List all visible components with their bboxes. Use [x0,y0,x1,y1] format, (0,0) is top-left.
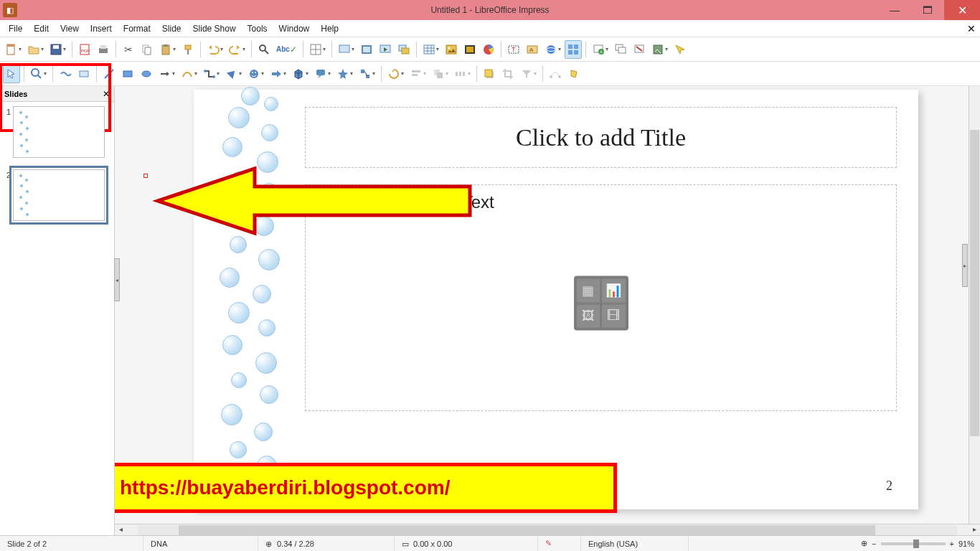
curve-tool[interactable] [179,65,199,83]
rotate-tool[interactable] [385,65,406,83]
start-first-slide-button[interactable] [377,40,394,59]
maximize-button[interactable]: 🗖 [911,0,944,20]
undo-button[interactable] [204,40,225,59]
fit-page-button[interactable]: ⊕ [861,539,867,548]
grid-button[interactable] [307,40,328,59]
open-button[interactable] [25,40,46,59]
redo-button[interactable] [227,40,248,59]
block-arrows-tool[interactable] [268,65,288,83]
copy-button[interactable] [138,40,156,59]
insert-table-button[interactable] [420,40,441,59]
crop-button[interactable] [499,65,517,83]
display-views-button[interactable] [336,40,357,59]
arrange-tool[interactable] [430,65,451,83]
menu-insert[interactable]: Insert [85,22,118,35]
svg-rect-70 [412,74,418,76]
workspace: Slides ✕ 1 2 [0,86,980,535]
start-current-slide-button[interactable] [395,40,413,59]
slide-editor[interactable]: Click to add Title • Text ▦ 📊 🖼 🎞 2 http… [194,90,918,509]
insert-content-grid[interactable]: ▦ 📊 🖼 🎞 [574,276,628,331]
distribute-tool[interactable] [452,65,473,83]
find-replace-button[interactable] [255,40,273,59]
menu-tools[interactable]: Tools [242,22,273,35]
menu-help[interactable]: Help [315,22,344,35]
symbol-shapes-tool[interactable] [245,65,266,83]
menu-view[interactable]: View [55,22,85,35]
close-button[interactable]: ✕ [944,0,980,20]
paste-button[interactable] [157,40,178,59]
insert-movie-icon[interactable]: 🎞 [602,304,626,328]
svg-rect-42 [574,44,578,49]
new-slide-button[interactable]: + [590,40,611,59]
3d-objects-tool[interactable] [290,65,311,83]
status-language[interactable]: English (USA) [581,536,689,551]
vertical-scrollbar[interactable] [969,86,980,524]
zoom-slider[interactable] [881,542,946,545]
menu-slide[interactable]: Slide [156,22,187,35]
zoom-in-button[interactable]: + [950,540,954,548]
glue-points-button[interactable] [565,65,583,83]
menu-window[interactable]: Window [273,22,316,35]
dna-graphic [215,86,301,499]
cut-button[interactable]: ✂ [120,40,137,59]
menu-edit[interactable]: Edit [28,22,55,35]
thumb-2[interactable] [13,169,105,221]
slide-thumb-2[interactable]: 2 [3,169,111,221]
menu-format[interactable]: Format [118,22,156,35]
print-button[interactable] [95,40,112,59]
content-placeholder[interactable]: • Text ▦ 📊 🖼 🎞 [305,184,897,411]
master-slide-button[interactable] [358,40,375,59]
connector-tool[interactable] [201,65,222,83]
svg-text:PDF: PDF [81,49,90,53]
insert-chart-button[interactable] [480,40,497,59]
svg-text:A: A [529,47,534,53]
insert-table-icon[interactable]: ▦ [577,279,600,303]
filter-button[interactable] [518,65,539,83]
basic-shapes-tool[interactable] [223,65,244,83]
anchor-mark [143,174,148,178]
export-pdf-button[interactable]: PDF [76,40,93,59]
slide-thumb-1[interactable]: 1 [3,106,111,158]
insert-textbox-button[interactable]: T [505,40,522,59]
canvas-inner[interactable]: ▸ [115,86,980,524]
svg-rect-7 [100,45,106,49]
insert-fontwork-button[interactable]: A [524,40,541,59]
star-tool[interactable] [334,65,355,83]
new-button[interactable] [3,40,24,59]
flowchart-tool[interactable] [357,65,377,83]
insert-image-button[interactable] [443,40,460,59]
rectangle-tool[interactable] [119,65,136,83]
arrow-tool[interactable] [156,65,177,83]
insert-chart-icon[interactable]: 📊 [602,279,626,303]
slide-layout-button[interactable] [565,40,582,59]
save-button[interactable] [47,40,68,59]
svg-rect-3 [53,45,59,49]
insert-av-button[interactable] [461,40,479,59]
menu-slideshow[interactable]: Slide Show [187,22,242,35]
interaction-button[interactable] [672,40,689,59]
close-document-button[interactable]: ✕ [967,23,976,34]
delete-slide-button[interactable] [631,40,648,59]
svg-rect-21 [363,47,370,52]
zoom-percent[interactable]: 91% [958,540,974,548]
title-placeholder[interactable]: Click to add Title [305,107,897,168]
menu-file[interactable]: File [3,22,28,35]
minimize-button[interactable]: ― [878,0,911,20]
thumb-1[interactable] [13,106,105,158]
slide-properties-button[interactable] [649,40,670,59]
duplicate-slide-button[interactable] [612,40,629,59]
right-collapse-grip[interactable]: ▸ [962,244,968,287]
insert-image-icon[interactable]: 🖼 [577,304,600,328]
callout-tool[interactable] [312,65,333,83]
shadow-button[interactable] [481,65,498,83]
clone-formatting-button[interactable] [179,40,197,59]
status-slide-info: Slide 2 of 2 [0,536,143,551]
spellcheck-button[interactable]: Abc✓ [274,40,299,59]
zoom-out-button[interactable]: − [872,540,876,548]
align-tool[interactable] [407,65,428,83]
insert-hyperlink-button[interactable] [542,40,563,59]
points-button[interactable] [547,65,564,83]
ellipse-tool[interactable] [138,65,155,83]
svg-line-15 [265,50,268,54]
horizontal-scrollbar[interactable]: ◂ ▸ [115,524,980,535]
